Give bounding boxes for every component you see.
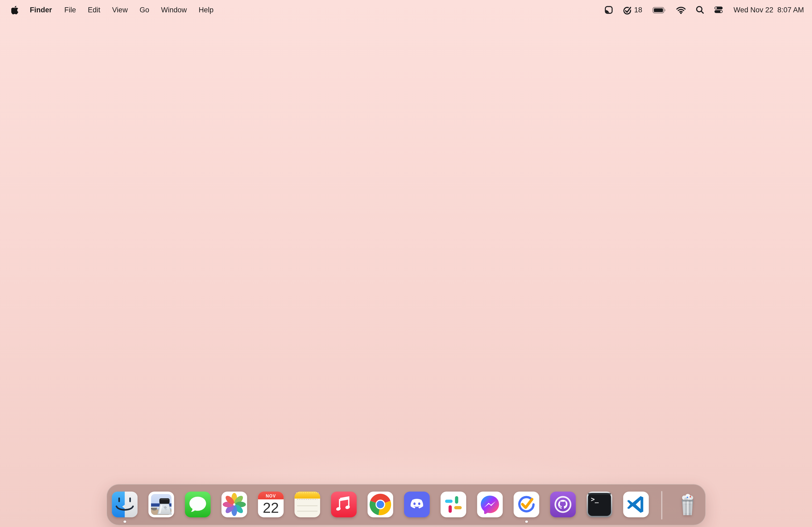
- dock-item-music[interactable]: [331, 485, 357, 525]
- ticktick-menu-extra[interactable]: 18: [623, 6, 642, 14]
- dock-divider: [661, 491, 662, 520]
- calendar-icon: NOV 22: [258, 492, 284, 517]
- menu-file[interactable]: File: [59, 4, 82, 16]
- battery-menu-extra[interactable]: [653, 7, 666, 13]
- wifi-icon: [676, 6, 686, 14]
- dock-item-calendar[interactable]: NOV 22: [258, 485, 284, 525]
- dock-item-discord[interactable]: [404, 485, 430, 525]
- battery-full-icon: [653, 7, 666, 13]
- menu-edit[interactable]: Edit: [83, 4, 106, 16]
- active-app-menu[interactable]: Finder: [24, 4, 58, 16]
- notes-icon: [294, 492, 320, 517]
- dock-item-ticktick[interactable]: [514, 485, 539, 525]
- discord-icon: [404, 492, 430, 517]
- calendar-day: 22: [263, 500, 279, 516]
- ticktick-icon: [514, 492, 539, 517]
- spotlight-menu-extra[interactable]: [696, 6, 704, 14]
- menu-window[interactable]: Window: [156, 4, 192, 16]
- dock-item-photos[interactable]: [221, 485, 247, 525]
- preview-icon: [148, 492, 174, 517]
- chrome-icon: [367, 492, 393, 517]
- slack-icon: [441, 492, 466, 517]
- dock-item-preview[interactable]: [148, 485, 174, 525]
- menu-bar: Finder File Edit View Go Window Help: [0, 0, 812, 20]
- running-indicator: [124, 520, 126, 523]
- screenshot-utility-icon: [605, 6, 613, 14]
- task-count: 18: [634, 6, 642, 14]
- vscode-icon: [623, 492, 649, 517]
- running-indicator: [525, 520, 528, 523]
- menu-bar-clock[interactable]: Wed Nov 22 8:07 AM: [733, 6, 804, 14]
- dock-item-terminal[interactable]: >_: [587, 485, 612, 525]
- control-center-menu-extra[interactable]: [714, 7, 723, 13]
- apple-logo-icon: [11, 5, 18, 15]
- dock-item-vscode[interactable]: [623, 485, 649, 525]
- calendar-month: NOV: [266, 494, 276, 498]
- dock-item-notes[interactable]: [294, 485, 320, 525]
- music-icon: [331, 492, 357, 517]
- ticktick-check-icon: [623, 6, 633, 14]
- spotlight-search-icon: [696, 6, 704, 14]
- screenshot-utility-menu-extra[interactable]: [605, 6, 613, 14]
- finder-icon: [112, 492, 138, 517]
- dock-item-github-desktop[interactable]: [550, 485, 576, 525]
- messages-icon: [185, 492, 211, 517]
- dock-item-finder[interactable]: [112, 485, 138, 525]
- wifi-menu-extra[interactable]: [676, 6, 686, 14]
- terminal-icon: >_: [587, 492, 612, 517]
- menu-help[interactable]: Help: [193, 4, 219, 16]
- dock-item-trash[interactable]: [675, 485, 700, 525]
- dock-item-chrome[interactable]: [367, 485, 393, 525]
- dock-item-messages[interactable]: [185, 485, 211, 525]
- dock-item-messenger[interactable]: [477, 485, 503, 525]
- apple-menu[interactable]: [11, 5, 23, 15]
- photos-icon: [221, 492, 247, 517]
- terminal-prompt: >_: [591, 496, 599, 503]
- dock-item-slack[interactable]: [441, 485, 466, 525]
- desktop[interactable]: Finder File Edit View Go Window Help: [0, 0, 812, 527]
- messenger-icon: [477, 492, 503, 517]
- trash-full-icon: [675, 492, 700, 517]
- dock: NOV 22: [106, 484, 706, 525]
- control-center-icon: [714, 7, 723, 13]
- menu-view[interactable]: View: [107, 4, 133, 16]
- github-icon: [550, 492, 576, 517]
- menu-go[interactable]: Go: [134, 4, 155, 16]
